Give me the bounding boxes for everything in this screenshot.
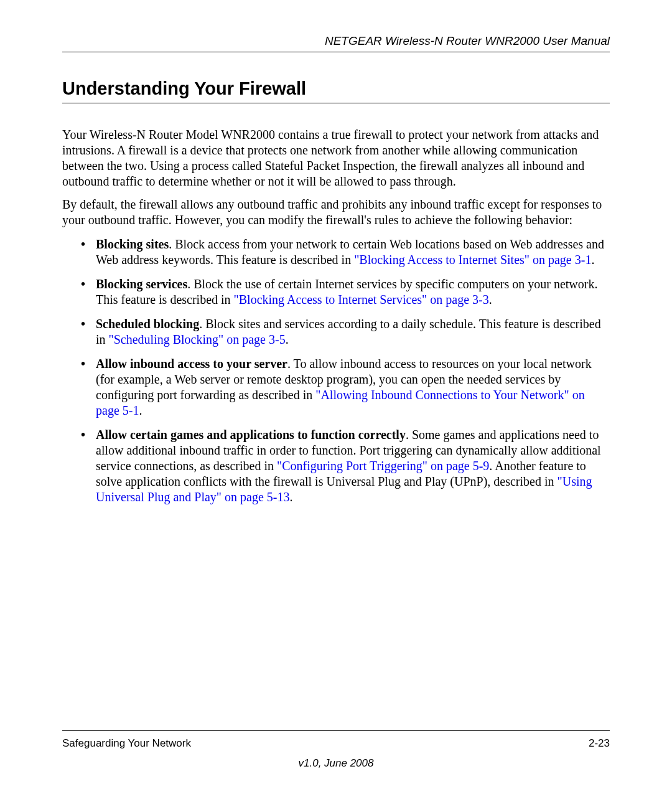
bullet-blocking-services: Blocking services. Block the use of cert… — [81, 276, 610, 308]
running-header: NETGEAR Wireless-N Router WNR2000 User M… — [62, 34, 610, 52]
footer-section: Safeguarding Your Network — [62, 737, 191, 750]
footer-page-number: 2-23 — [589, 737, 610, 750]
page-footer: Safeguarding Your Network 2-23 v1.0, Jun… — [62, 730, 610, 770]
cross-ref-link[interactable]: "Configuring Port Triggering" on page 5-… — [277, 459, 489, 473]
cross-ref-link[interactable]: "Blocking Access to Internet Sites" on p… — [354, 253, 591, 267]
document-page: NETGEAR Wireless-N Router WNR2000 User M… — [0, 0, 672, 807]
bullet-label: Allow inbound access to your server — [96, 357, 287, 370]
paragraph-intro-2: By default, the firewall allows any outb… — [62, 197, 610, 228]
bullet-allow-inbound: Allow inbound access to your server. To … — [81, 356, 610, 418]
bullet-list: Blocking sites. Block access from your n… — [62, 237, 610, 505]
bullet-allow-games: Allow certain games and applications to … — [81, 427, 610, 505]
cross-ref-link[interactable]: "Blocking Access to Internet Services" o… — [234, 293, 489, 306]
bullet-label: Scheduled blocking — [96, 317, 199, 331]
bullet-tail: . — [289, 490, 292, 504]
bullet-blocking-sites: Blocking sites. Block access from your n… — [81, 237, 610, 268]
bullet-label: Blocking sites — [96, 237, 169, 251]
paragraph-intro-1: Your Wireless-N Router Model WNR2000 con… — [62, 127, 610, 189]
bullet-label: Blocking services — [96, 277, 187, 291]
bullet-tail: . — [591, 253, 594, 267]
section-heading: Understanding Your Firewall — [62, 78, 610, 103]
body-text: Your Wireless-N Router Model WNR2000 con… — [62, 127, 610, 782]
cross-ref-link[interactable]: "Scheduling Blocking" on page 3-5 — [109, 333, 286, 346]
footer-version: v1.0, June 2008 — [62, 757, 610, 770]
bullet-tail: . — [489, 293, 492, 306]
bullet-label: Allow certain games and applications to … — [96, 428, 406, 441]
doc-title: NETGEAR Wireless-N Router WNR2000 User M… — [325, 34, 610, 47]
bullet-tail: . — [139, 404, 142, 417]
bullet-scheduled-blocking: Scheduled blocking. Block sites and serv… — [81, 316, 610, 347]
bullet-tail: . — [286, 333, 289, 346]
